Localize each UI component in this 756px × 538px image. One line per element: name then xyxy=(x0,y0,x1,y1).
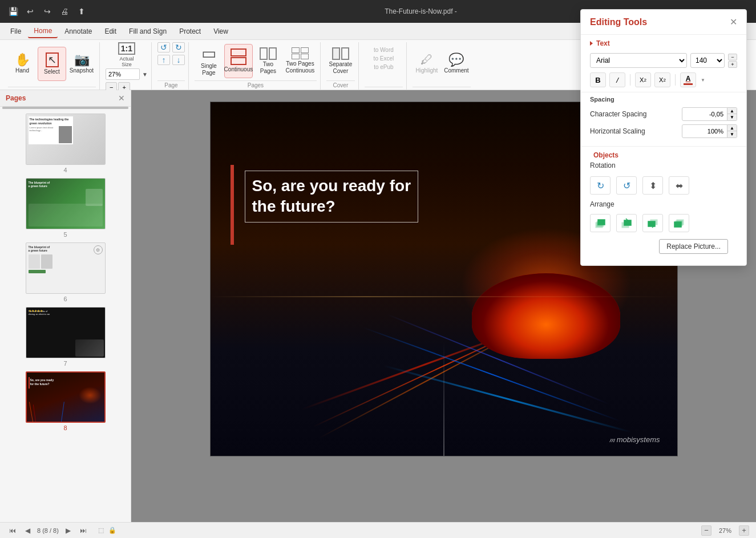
rotate-left-button[interactable]: ↺ xyxy=(157,42,170,52)
spacing-label: Spacing xyxy=(581,92,746,104)
actual-size-button[interactable]: 1:1 ActualSize xyxy=(114,42,139,67)
underline-icon: A xyxy=(686,75,691,83)
page-text-line1: So, are you ready for xyxy=(252,176,411,196)
format-divider-2 xyxy=(675,74,676,86)
flip-vertical-button[interactable]: ⬍ xyxy=(642,176,663,195)
menu-annotate[interactable]: Annotate xyxy=(59,25,98,38)
size-content: 1:1 ActualSize ▼ − + xyxy=(106,42,148,92)
continuous-button[interactable]: Continuous xyxy=(224,44,253,78)
flip-horizontal-button[interactable]: ⬌ xyxy=(669,176,689,195)
separate-cover-button[interactable]: SeparateCover xyxy=(326,44,355,78)
light-trail-blue-2 xyxy=(383,365,631,433)
menu-home[interactable]: Home xyxy=(28,25,58,38)
two-pages-continuous-icon xyxy=(292,47,309,59)
share-button[interactable]: ⬆ xyxy=(75,5,88,18)
character-spacing-input[interactable] xyxy=(682,107,727,121)
status-left: ⏮ ◀ 8 (8 / 8) ▶ ⏭ ⬚ 🔒 xyxy=(7,525,116,536)
page-thumb-image-6: The blueprint ofa green future ⚙ xyxy=(26,242,106,294)
red-accent-bar xyxy=(231,165,234,245)
menu-protect[interactable]: Protect xyxy=(173,25,207,38)
zoom-input[interactable] xyxy=(106,68,140,80)
single-page-button[interactable]: ▭ SinglePage xyxy=(195,43,223,79)
export-group-label xyxy=(365,87,403,90)
svg-rect-2 xyxy=(598,220,605,225)
rotate-right-button[interactable]: ↻ xyxy=(172,42,185,52)
menu-edit[interactable]: Edit xyxy=(99,25,122,38)
superscript-button[interactable]: X2 xyxy=(654,72,670,87)
snapshot-icon: 📷 xyxy=(74,54,90,66)
zoom-minus-status-button[interactable]: − xyxy=(701,525,711,536)
pages-buttons: ▭ SinglePage Continuous TwoPages xyxy=(195,42,317,79)
page-thumbnail-4[interactable]: The technologies leading the green revol… xyxy=(23,114,108,173)
editing-tools-close-button[interactable]: ✕ xyxy=(730,17,737,27)
two-pages-label: TwoPages xyxy=(260,61,276,75)
menu-view[interactable]: View xyxy=(208,25,234,38)
bring-forward-button[interactable] xyxy=(616,214,637,232)
h-scale-down-button[interactable]: ▼ xyxy=(727,131,737,137)
page-thumb-image-4: The technologies leading the green revol… xyxy=(26,114,106,165)
font-family-select[interactable]: Arial xyxy=(590,53,687,68)
rotate-ccw-button[interactable]: ↺ xyxy=(616,176,637,195)
menu-fill-sign[interactable]: Fill and Sign xyxy=(123,25,172,38)
page-thumbnail-7[interactable]: The five benefits ofdriving an electric … xyxy=(23,307,108,367)
page-text-box: So, are you ready for the future? xyxy=(245,171,419,223)
highlight-button[interactable]: 🖊 Highlight xyxy=(413,47,441,81)
save-button[interactable]: 💾 xyxy=(7,5,19,18)
send-backward-button[interactable] xyxy=(642,214,663,232)
two-pages-continuous-button[interactable]: Two PagesContinuous xyxy=(284,44,317,78)
menu-file[interactable]: File xyxy=(5,25,27,38)
horizontal-scaling-input[interactable] xyxy=(682,124,727,138)
font-size-select[interactable]: 140 xyxy=(690,53,725,68)
page-thumb-num-7: 7 xyxy=(63,360,67,367)
page-thumb-image-5: The blueprint ofa green future xyxy=(26,178,106,229)
bring-to-front-button[interactable] xyxy=(590,214,611,232)
char-spacing-down-button[interactable]: ▼ xyxy=(727,114,737,120)
undo-button[interactable]: ↩ xyxy=(24,5,37,18)
pages-panel-close-button[interactable]: ✕ xyxy=(118,94,125,103)
two-pages-button[interactable]: TwoPages xyxy=(254,44,282,78)
select-tool-button[interactable]: ↖ Select xyxy=(38,47,66,81)
page-back-button[interactable]: ◀ xyxy=(23,525,33,536)
bring-forward-icon xyxy=(621,217,632,229)
redo-button[interactable]: ↪ xyxy=(41,5,54,18)
editing-tools-header: Editing Tools ✕ xyxy=(581,10,746,35)
page-down-button[interactable]: ↓ xyxy=(172,55,185,65)
print-button[interactable]: 🖨 xyxy=(58,5,71,18)
hand-tool-button[interactable]: ✋ Hand xyxy=(8,47,37,81)
char-spacing-up-button[interactable]: ▲ xyxy=(727,108,737,114)
underline-color-button[interactable]: A xyxy=(680,72,696,87)
bold-button[interactable]: B xyxy=(590,72,606,87)
horizon-lights xyxy=(211,296,677,297)
pages-scroll-area[interactable]: The technologies leading the green revol… xyxy=(0,109,131,522)
next-page-button[interactable]: ⏭ xyxy=(78,525,89,536)
highlight-label: Highlight xyxy=(415,67,438,74)
page-thumbnail-6[interactable]: The blueprint ofa green future ⚙ 6 xyxy=(23,242,108,302)
spacing-section-body: Character Spacing ▲ ▼ Horizontal Scaling… xyxy=(581,104,746,147)
page-forward-button[interactable]: ▶ xyxy=(63,525,73,536)
italic-button[interactable]: / xyxy=(609,72,625,87)
arrange-buttons-row xyxy=(590,212,737,234)
markup-group-label xyxy=(413,87,471,90)
text-section-header: Text xyxy=(581,35,746,50)
snapshot-tool-button[interactable]: 📷 Snapshot xyxy=(67,47,96,81)
subscript-button[interactable]: X2 xyxy=(635,72,651,87)
zoom-plus-status-button[interactable]: + xyxy=(739,525,749,536)
editing-tools-title: Editing Tools xyxy=(590,17,647,27)
h-scale-up-button[interactable]: ▲ xyxy=(727,125,737,131)
page-up-button[interactable]: ↑ xyxy=(157,55,170,65)
objects-section-label: Objects xyxy=(593,151,618,159)
comment-button[interactable]: 💬 Comment xyxy=(442,47,471,81)
font-size-minus-button[interactable]: − xyxy=(728,54,737,60)
font-size-plus-button[interactable]: + xyxy=(728,61,737,68)
horizontal-scaling-row: Horizontal Scaling ▲ ▼ xyxy=(590,124,737,138)
page-info: 8 (8 / 8) xyxy=(37,527,59,534)
send-to-back-button[interactable] xyxy=(669,214,689,232)
font-size-stepper: − + xyxy=(728,54,737,68)
prev-page-button[interactable]: ⏮ xyxy=(7,525,18,536)
page-thumbnail-8[interactable]: So, are you readyfor the future? 8 xyxy=(23,371,108,431)
underline-dropdown-icon[interactable]: ▼ xyxy=(701,78,705,83)
replace-picture-button[interactable]: Replace Picture... xyxy=(659,239,728,254)
page-text-line2: the future? xyxy=(252,196,411,217)
page-thumbnail-5[interactable]: The blueprint ofa green future 5 xyxy=(23,178,108,238)
rotate-cw-button[interactable]: ↻ xyxy=(590,176,611,195)
